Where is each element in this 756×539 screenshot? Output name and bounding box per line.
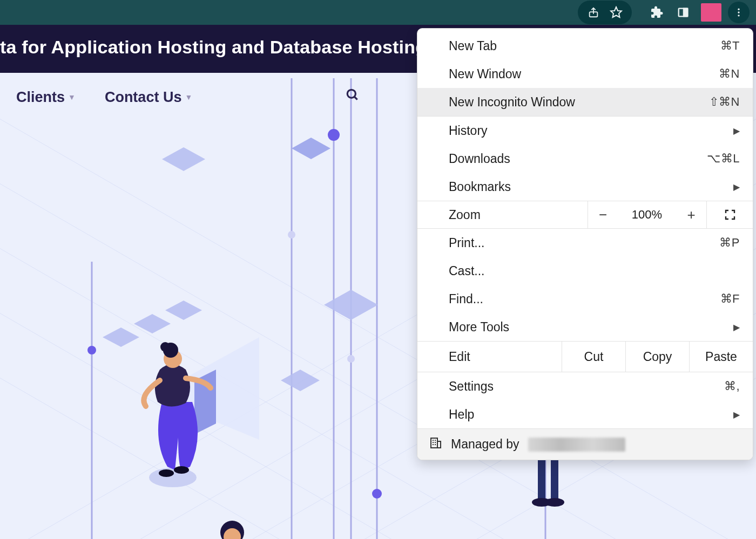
chrome-menu: New Tab ⌘T New Window ⌘N New Incognito W…: [417, 28, 753, 460]
menu-shortcut: ⌘P: [719, 236, 740, 250]
banner-title: ta for Application Hosting and Database …: [0, 37, 427, 57]
menu-label: Print...: [449, 236, 484, 250]
menu-settings[interactable]: Settings ⌘,: [417, 372, 753, 400]
org-icon: [429, 436, 442, 453]
menu-zoom-row: Zoom − 100% +: [417, 201, 753, 229]
svg-point-40: [160, 342, 170, 352]
menu-label: New Incognito Window: [449, 95, 575, 110]
nav-label: Clients: [16, 89, 65, 106]
svg-point-26: [288, 231, 295, 238]
svg-marker-34: [165, 301, 202, 320]
menu-label: Cast...: [449, 264, 484, 278]
side-panel-icon[interactable]: [672, 3, 694, 22]
menu-help[interactable]: Help ▶: [417, 400, 753, 428]
menu-print[interactable]: Print... ⌘P: [417, 229, 753, 257]
menu-label: New Tab: [449, 39, 497, 53]
svg-marker-1: [611, 7, 622, 17]
menu-downloads[interactable]: Downloads ⌥⌘L: [417, 145, 753, 173]
svg-marker-32: [103, 328, 139, 347]
menu-new-tab[interactable]: New Tab ⌘T: [417, 29, 753, 60]
submenu-arrow-icon: ▶: [733, 126, 740, 136]
menu-edit-row: Edit Cut Copy Paste: [417, 341, 753, 372]
menu-label: Settings: [449, 379, 494, 394]
menu-find[interactable]: Find... ⌘F: [417, 285, 753, 313]
menu-shortcut: ⌘F: [720, 292, 740, 306]
chevron-down-icon: ▼: [68, 93, 76, 101]
svg-point-4: [738, 9, 739, 10]
menu-label: New Window: [449, 67, 521, 81]
menu-new-incognito[interactable]: New Incognito Window ⇧⌘N: [417, 88, 753, 116]
menu-label: Bookmarks: [449, 180, 511, 194]
menu-label: Find...: [449, 292, 483, 306]
svg-rect-52: [437, 441, 441, 448]
menu-bookmarks[interactable]: Bookmarks ▶: [417, 173, 753, 201]
menu-zoom-label: Zoom: [417, 201, 588, 228]
menu-edit-label: Edit: [417, 342, 562, 372]
menu-label: Help: [449, 407, 474, 422]
submenu-arrow-icon: ▶: [733, 322, 740, 332]
share-icon[interactable]: [582, 3, 605, 22]
menu-history[interactable]: History ▶: [417, 117, 753, 145]
submenu-arrow-icon: ▶: [733, 410, 740, 420]
menu-label: Downloads: [449, 152, 510, 166]
svg-marker-33: [134, 314, 171, 333]
svg-point-25: [372, 489, 382, 499]
profile-avatar[interactable]: [701, 3, 721, 22]
menu-managed-by[interactable]: Managed by: [417, 428, 753, 460]
menu-button[interactable]: [728, 2, 750, 23]
search-icon[interactable]: [346, 88, 360, 104]
chevron-down-icon: ▼: [185, 93, 192, 101]
svg-rect-51: [431, 438, 437, 448]
svg-point-42: [174, 466, 189, 474]
nav-label: Contact Us: [105, 89, 182, 106]
edit-copy-button[interactable]: Copy: [625, 342, 689, 372]
managed-org-redacted: [528, 438, 625, 452]
zoom-out-button[interactable]: −: [588, 201, 618, 228]
fullscreen-button[interactable]: [706, 201, 753, 228]
menu-label: History: [449, 124, 488, 138]
svg-marker-30: [324, 290, 378, 320]
svg-point-49: [347, 90, 355, 98]
svg-point-27: [347, 355, 355, 363]
menu-new-window[interactable]: New Window ⌘N: [417, 60, 753, 88]
svg-rect-3: [684, 9, 687, 17]
svg-line-50: [354, 97, 357, 99]
svg-point-24: [87, 346, 96, 354]
bookmark-star-icon[interactable]: [605, 3, 627, 22]
menu-shortcut: ⌘T: [720, 39, 740, 53]
svg-point-23: [328, 129, 340, 141]
svg-point-48: [545, 498, 564, 507]
managed-label: Managed by: [451, 437, 519, 452]
zoom-value: 100%: [618, 201, 676, 228]
browser-toolbar: [0, 0, 756, 25]
menu-shortcut: ⌘N: [719, 67, 740, 81]
extensions-icon[interactable]: [646, 3, 669, 22]
nav-contact[interactable]: Contact Us ▼: [105, 89, 192, 106]
menu-shortcut: ⌘,: [724, 379, 740, 393]
menu-shortcut: ⇧⌘N: [709, 95, 740, 109]
menu-more-tools[interactable]: More Tools ▶: [417, 313, 753, 341]
svg-point-5: [738, 11, 739, 13]
menu-label: More Tools: [449, 320, 509, 335]
svg-point-41: [159, 469, 174, 477]
svg-marker-31: [281, 370, 320, 391]
svg-marker-29: [292, 138, 330, 159]
submenu-arrow-icon: ▶: [733, 182, 740, 192]
address-actions-group: [578, 1, 632, 24]
svg-point-6: [738, 15, 739, 16]
edit-paste-button[interactable]: Paste: [689, 342, 753, 372]
zoom-in-button[interactable]: +: [676, 201, 706, 228]
nav-clients[interactable]: Clients ▼: [16, 89, 76, 106]
svg-point-37: [149, 468, 197, 487]
menu-shortcut: ⌥⌘L: [707, 152, 740, 166]
menu-cast[interactable]: Cast...: [417, 257, 753, 285]
svg-marker-28: [162, 147, 205, 171]
edit-cut-button[interactable]: Cut: [562, 342, 625, 372]
